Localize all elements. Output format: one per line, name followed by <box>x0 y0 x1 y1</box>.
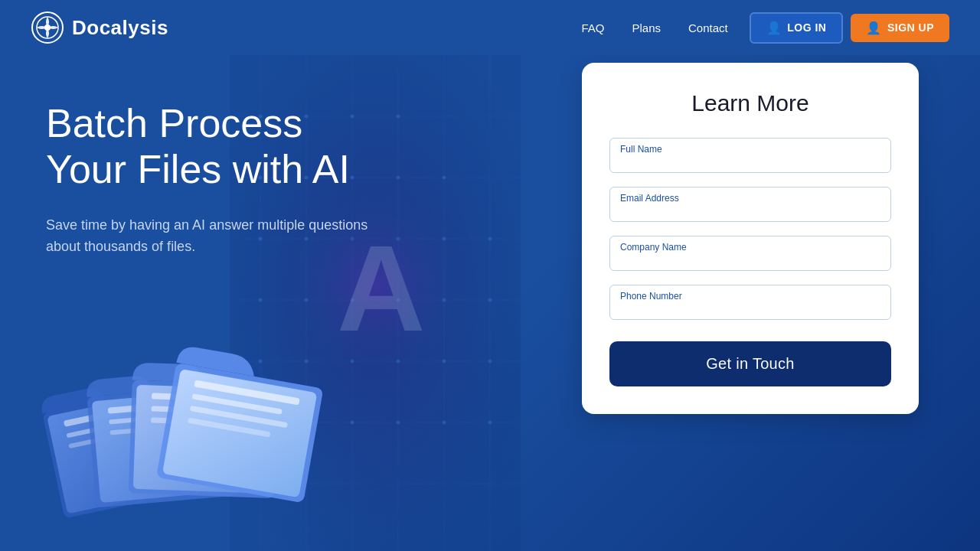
phone-input[interactable] <box>609 285 891 320</box>
hero-title: Batch Process Your Files with AI <box>46 101 398 193</box>
nav-links: FAQ Plans Contact <box>581 21 727 34</box>
folders-illustration <box>31 306 413 551</box>
svg-point-31 <box>488 237 492 241</box>
company-input[interactable] <box>609 236 891 271</box>
email-field: Email Address <box>609 187 891 222</box>
hero-section: A Batch Process Your Files with AI Save … <box>0 55 980 551</box>
svg-point-42 <box>443 360 446 364</box>
logo-text: Docalysis <box>72 16 168 40</box>
svg-point-48 <box>443 421 446 425</box>
svg-point-2 <box>44 24 51 31</box>
full-name-input[interactable] <box>609 138 891 173</box>
svg-point-32 <box>259 298 263 302</box>
hero-content: Batch Process Your Files with AI Save ti… <box>0 55 444 258</box>
svg-point-49 <box>488 421 492 425</box>
full-name-field: Full Name <box>609 138 891 173</box>
form-title: Learn More <box>609 90 891 116</box>
signup-icon: 👤 <box>866 21 882 35</box>
login-button[interactable]: 👤 LOG IN <box>750 12 844 44</box>
hero-subtitle: Save time by having an AI answer multipl… <box>46 214 398 259</box>
svg-point-37 <box>488 298 492 302</box>
form-panel: Learn More Full Name Email Address Compa… <box>582 63 919 414</box>
login-icon: 👤 <box>766 21 782 35</box>
company-field: Company Name <box>609 236 891 271</box>
logo-area[interactable]: Docalysis <box>31 11 168 44</box>
signup-button[interactable]: 👤 SIGN UP <box>851 14 949 42</box>
get-in-touch-button[interactable]: Get in Touch <box>609 341 891 386</box>
email-input[interactable] <box>609 187 891 222</box>
nav-faq[interactable]: FAQ <box>581 21 604 34</box>
svg-point-43 <box>488 360 492 364</box>
logo-icon <box>31 11 64 44</box>
phone-field: Phone Number <box>609 285 891 320</box>
nav-plans[interactable]: Plans <box>632 21 661 34</box>
navbar: Docalysis FAQ Plans Contact 👤 LOG IN 👤 S… <box>0 0 980 55</box>
nav-contact[interactable]: Contact <box>688 21 728 34</box>
